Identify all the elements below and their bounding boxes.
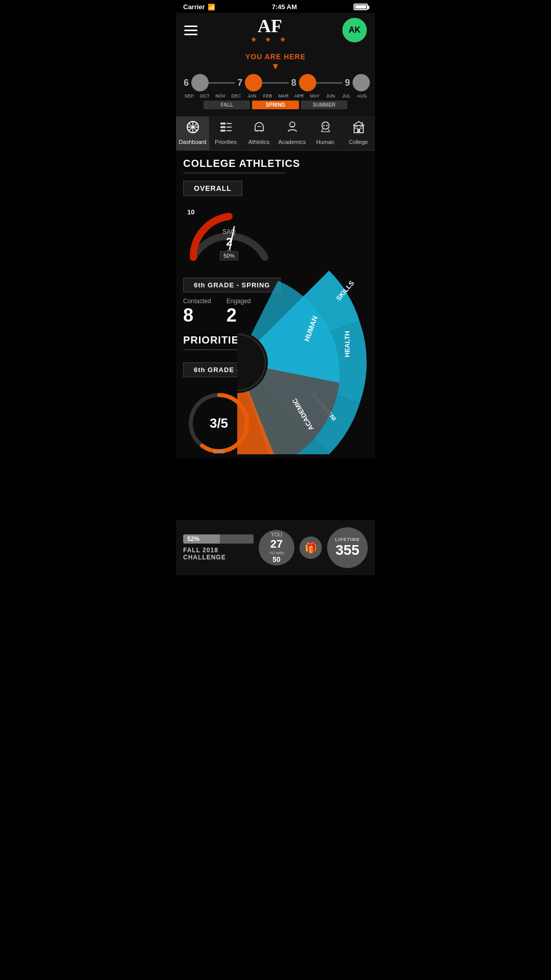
to-win-label: TO WIN [269,551,284,555]
lifetime-circle: LIFETIME 355 [327,527,368,568]
month-jul: JUL [338,93,354,99]
you-value: 27 [270,537,283,551]
svg-rect-19 [360,127,362,129]
priorities-icon [219,120,233,137]
logo-letters: AF [251,17,290,35]
college-icon [352,120,365,137]
gauge-percent: 50% [220,251,238,260]
gauge-category: SAQ [222,228,235,235]
gauge-value: 2 [222,235,235,249]
timeline-line-1 [209,82,235,84]
month-apr: APR [291,93,307,99]
dashboard-icon [186,120,199,137]
gauge-label: SAQ 2 [222,228,235,249]
svg-rect-17 [357,129,360,133]
timeline-line-2 [262,82,288,84]
arrow-down-icon: ▼ [176,62,375,71]
battery-icon [354,4,368,10]
app-logo: AF ★ ★ ★ [251,17,290,43]
month-nov: NOV [213,93,229,99]
logo-stars: ★ ★ ★ [251,35,290,43]
you-label: YOU [271,532,282,537]
ring-value: 3/5 [210,415,228,431]
month-aug: AUG [354,93,370,99]
overall-badge: OVERALL [183,181,242,196]
status-bar: Carrier 📶 7:45 AM [176,0,375,13]
contacted-value: 8 [183,305,211,326]
month-sep: SEP [181,93,197,99]
tab-academics-label: Academics [279,139,306,145]
seasons-row: FALL SPRING SUMMER [176,101,375,109]
wifi-icon: 📶 [208,4,215,11]
grade-7: 7 [235,78,245,88]
you-circle: YOU 27 TO WIN 50 [259,530,294,566]
month-dec: DEC [228,93,244,99]
timeline-line-3 [316,82,342,84]
nav-tabs: Dashboard Priorities Athletics [176,116,375,151]
grade-circle-9[interactable] [353,74,370,91]
season-fall[interactable]: FALL [204,101,250,109]
tab-dashboard-label: Dashboard [179,139,207,145]
svg-text:HEALTH: HEALTH [343,331,351,357]
ring-percent: 60% [213,449,224,455]
human-icon [319,120,332,137]
tab-college[interactable]: College [342,116,375,150]
svg-rect-12 [291,126,294,127]
hamburger-menu[interactable] [184,26,197,35]
contacted-item: Contacted 8 [183,298,211,326]
grade-circle-7[interactable] [245,74,262,91]
tab-college-label: College [349,139,368,145]
gauge-max-label: 10 [187,208,194,216]
svg-rect-18 [355,127,357,129]
contacted-label: Contacted [183,298,211,305]
month-jan: JAN [244,93,260,99]
season-summer[interactable]: SUMMER [301,101,347,109]
season-spring[interactable]: SPRING [252,101,298,109]
month-may: MAY [307,93,323,99]
carrier-info: Carrier 📶 [183,3,215,11]
lifetime-value: 355 [336,542,360,558]
carrier-label: Carrier [183,3,205,11]
svg-rect-5 [220,122,226,125]
to-win-value: 50 [272,555,281,564]
section-divider-1 [183,173,285,174]
month-oct: OCT [197,93,213,99]
svg-point-14 [323,125,324,127]
timeline-section: YOU ARE HERE ▼ 6 7 8 9 SEP OCT NOV DEC J… [176,48,375,116]
tab-athletics-label: Athletics [248,139,270,145]
months-row: SEP OCT NOV DEC JAN FEB MAR APR MAY JUN … [176,93,375,99]
gauge-container: 10 SAQ 2 50% [183,201,275,267]
lifetime-label: LIFETIME [335,537,360,542]
time-display: 7:45 AM [272,3,297,11]
gift-icon[interactable]: 🎁 [299,536,322,559]
svg-rect-7 [220,130,226,132]
tab-human[interactable]: Human [309,116,342,150]
avatar[interactable]: AK [342,18,367,42]
grade-8: 8 [289,78,299,88]
challenge-info: 52% FALL 2018 CHALLENGE [183,534,254,561]
grade-9: 9 [342,78,353,88]
challenge-bar: 52% FALL 2018 CHALLENGE YOU 27 TO WIN 50… [176,520,375,575]
svg-point-13 [322,122,329,129]
timeline-track: 6 7 8 9 [176,74,375,91]
challenge-title: FALL 2018 CHALLENGE [183,547,254,561]
progress-percent-label: 52% [187,534,199,544]
month-feb: FEB [260,93,276,99]
svg-rect-6 [220,126,226,128]
tab-priorities[interactable]: Priorities [209,116,242,150]
you-are-here-label: YOU ARE HERE [176,53,375,61]
grade-circle-6[interactable] [191,74,209,91]
athletics-icon [253,120,266,137]
tab-human-label: Human [316,139,334,145]
academics-icon [286,120,299,137]
header: AF ★ ★ ★ AK [176,13,375,48]
tab-academics[interactable]: Academics [276,116,309,150]
tab-athletics[interactable]: Athletics [242,116,276,150]
tab-priorities-label: Priorities [215,139,237,145]
grade-circle-8[interactable] [299,74,316,91]
month-mar: MAR [276,93,291,99]
donut-chart-svg: SKILLS HEALTH INTERESTS CHARACTER HUMAN … [237,271,375,454]
svg-point-15 [326,125,328,127]
tab-dashboard[interactable]: Dashboard [176,116,209,150]
month-jun: JUN [322,93,338,99]
